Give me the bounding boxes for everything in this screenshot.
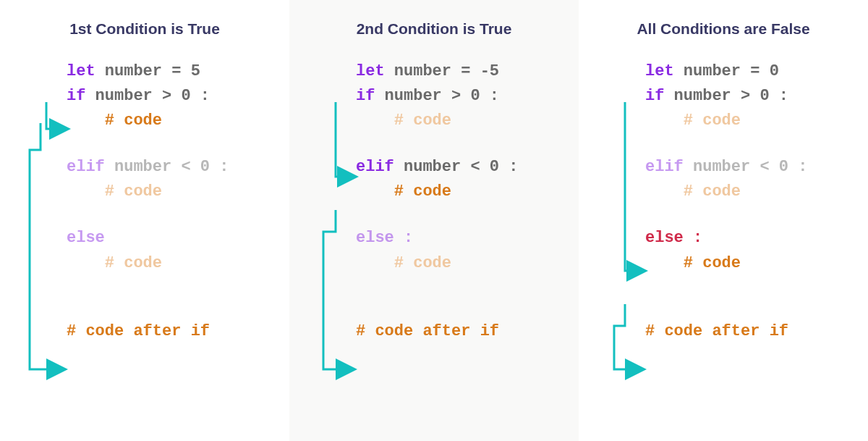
line-code3: # code [645,251,868,276]
line-elif: elif number < 0 : [356,155,579,180]
line-elif: elif number < 0 : [645,155,868,180]
line-code3: # code [356,251,579,276]
code-block: let number = -5 if number > 0 : # code e… [289,59,579,344]
line-after: # code after if [356,319,579,344]
line-let: let number = 5 [67,59,289,84]
line-code2: # code [645,180,868,204]
line-if: if number > 0 : [645,84,868,109]
panel-2nd-condition: 2nd Condition is True let number = -5 if… [289,0,579,441]
code-block: let number = 0 if number > 0 : # code el… [579,59,868,344]
line-after: # code after if [67,319,289,344]
line-let: let number = 0 [645,59,868,84]
line-else: else : [356,226,579,251]
line-code1: # code [645,109,868,133]
panel-title: All Conditions are False [579,20,868,38]
line-code3: # code [67,251,289,276]
diagram-container: 1st Condition is True let number = 5 if … [0,0,868,441]
line-after: # code after if [645,319,868,344]
line-else: else [67,226,289,251]
line-let: let number = -5 [356,59,579,84]
panel-title: 1st Condition is True [0,20,289,38]
panel-all-false: All Conditions are False let number = 0 … [579,0,868,441]
line-elif: elif number < 0 : [67,155,289,180]
line-else: else : [645,226,868,251]
line-code2: # code [67,180,289,204]
panel-title: 2nd Condition is True [289,20,579,38]
line-code1: # code [356,109,579,133]
code-block: let number = 5 if number > 0 : # code el… [0,59,289,344]
line-if: if number > 0 : [356,84,579,109]
line-if: if number > 0 : [67,84,289,109]
line-code2: # code [356,180,579,204]
line-code1: # code [67,109,289,133]
panel-1st-condition: 1st Condition is True let number = 5 if … [0,0,289,441]
